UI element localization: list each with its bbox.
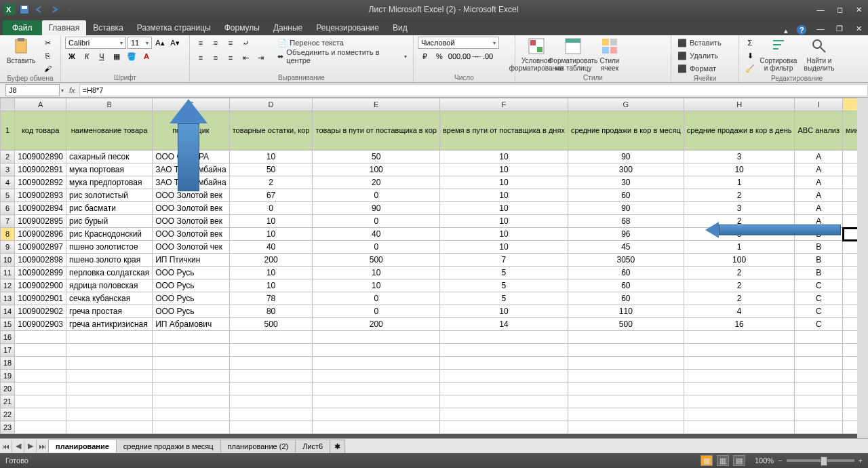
bold-icon[interactable]: Ж [65,50,79,62]
cell-H20[interactable] [684,383,795,395]
format-as-table-button[interactable]: Форматировать как таблицу [556,37,590,72]
undo-icon[interactable] [33,3,46,16]
cell-D23[interactable] [229,421,313,434]
cell-E13[interactable]: 0 [313,292,439,305]
cell-I12[interactable]: С [795,279,843,292]
cell-B16[interactable] [66,331,153,344]
align-left-icon[interactable]: ≡ [194,52,208,64]
cell-C8[interactable]: ООО Золотой век [153,228,229,241]
percent-icon[interactable]: % [433,50,446,62]
format-cells-button[interactable]: ⬛ Формат [675,62,724,75]
cell-I23[interactable] [795,421,843,434]
align-center-icon[interactable]: ≡ [209,52,222,64]
cell-H3[interactable]: 10 [684,163,795,176]
cell-I4[interactable]: А [795,176,843,189]
cell-A7[interactable]: 1009002895 [15,215,66,228]
row-header-3[interactable]: 3 [1,163,15,176]
col-header-G[interactable]: G [568,98,684,111]
border-icon[interactable]: ▦ [110,50,123,62]
cell-I9[interactable]: В [795,241,843,254]
cell-F14[interactable]: 10 [439,305,568,318]
cell-A8[interactable]: 1009002896 [15,228,66,241]
cell-C14[interactable]: ООО Русь [153,305,229,318]
cell-A14[interactable]: 1009002902 [15,305,66,318]
currency-icon[interactable]: ₽ [418,50,431,62]
cell-F4[interactable]: 10 [439,176,568,189]
cell-B10[interactable]: пшено золото края [66,254,153,267]
cell-C20[interactable] [153,383,229,395]
cell-I19[interactable] [795,370,843,383]
cell-I15[interactable]: С [795,318,843,331]
cell-F10[interactable]: 7 [439,254,568,267]
cell-A13[interactable]: 1009002901 [15,292,66,305]
fill-icon[interactable]: ⬇ [743,50,757,62]
cell-A4[interactable]: 1009002892 [15,176,66,189]
cell-F6[interactable]: 10 [439,202,568,215]
sheet-tab[interactable]: Лист6 [295,440,330,452]
cell-D13[interactable]: 78 [229,292,313,305]
cell-D14[interactable]: 80 [229,305,313,318]
tab-layout[interactable]: Разметка страницы [130,20,218,35]
cell-A23[interactable] [15,421,66,434]
cell-G15[interactable]: 500 [568,318,684,331]
redo-icon[interactable] [47,3,61,16]
cell-E6[interactable]: 90 [313,202,439,215]
cell-G13[interactable]: 60 [568,292,684,305]
col-header-B[interactable]: B [66,98,153,111]
cell-C17[interactable] [153,344,229,357]
italic-icon[interactable]: К [80,50,94,62]
font-size-select[interactable]: 11▾ [127,37,152,49]
insert-cells-button[interactable]: ⬛ Вставить [675,37,724,49]
cell-H16[interactable] [684,331,795,344]
cell-C3[interactable]: ЗАО Три комбайна [153,163,229,176]
cell-B19[interactable] [66,370,153,383]
cell-H9[interactable]: 1 [684,241,795,254]
cell-E9[interactable]: 0 [313,241,439,254]
sheet-nav-last[interactable]: ⏭ [37,440,49,452]
select-all-corner[interactable] [1,98,15,111]
cell-A22[interactable] [15,408,66,421]
copy-icon[interactable]: ⎘ [41,50,54,62]
cell-E19[interactable] [313,370,439,383]
cell-H23[interactable] [684,421,795,434]
fill-color-icon[interactable]: 🪣 [125,50,138,62]
cell-C10[interactable]: ИП Птичкин [153,254,229,267]
col-header-C[interactable]: C [153,98,229,111]
cell-H5[interactable]: 2 [684,189,795,202]
align-bottom-icon[interactable]: ≡ [224,37,237,49]
cell-F2[interactable]: 10 [439,151,568,163]
fx-icon[interactable]: fx [65,86,79,94]
row-header-11[interactable]: 11 [1,267,15,279]
cell-B6[interactable]: рис басмати [66,202,153,215]
row-header-23[interactable]: 23 [1,421,15,434]
maximize-button[interactable]: ◻ [830,3,849,16]
cell-B14[interactable]: греча простая [66,305,153,318]
tab-home[interactable]: Главная [42,20,87,35]
cell-G10[interactable]: 3050 [568,254,684,267]
cell-A16[interactable] [15,331,66,344]
cell-B13[interactable]: сечка кубанская [66,292,153,305]
vertical-scrollbar[interactable] [857,98,868,438]
cell-C18[interactable] [153,357,229,370]
cell-I13[interactable]: С [795,292,843,305]
cell-F19[interactable] [439,370,568,383]
cell-I18[interactable] [795,357,843,370]
cell-D11[interactable]: 10 [229,267,313,279]
cell-G8[interactable]: 96 [568,228,684,241]
col-header-H[interactable]: H [684,98,795,111]
cell-D19[interactable] [229,370,313,383]
cell-B3[interactable]: мука портовая [66,163,153,176]
cell-G19[interactable] [568,370,684,383]
cell-I6[interactable]: А [795,202,843,215]
formula-input[interactable]: =H8*7 [79,84,868,96]
orientation-icon[interactable]: ⤾ [239,37,252,49]
cell-E14[interactable]: 0 [313,305,439,318]
cell-C21[interactable] [153,395,229,408]
paste-button[interactable]: Вставить [4,37,38,64]
cell-F15[interactable]: 14 [439,318,568,331]
ribbon-minimize-button[interactable]: ▴ [780,26,792,35]
cell-A12[interactable]: 1009002900 [15,279,66,292]
cell-C7[interactable]: ООО Золотой век [153,215,229,228]
row-header-14[interactable]: 14 [1,305,15,318]
cell-I17[interactable] [795,344,843,357]
